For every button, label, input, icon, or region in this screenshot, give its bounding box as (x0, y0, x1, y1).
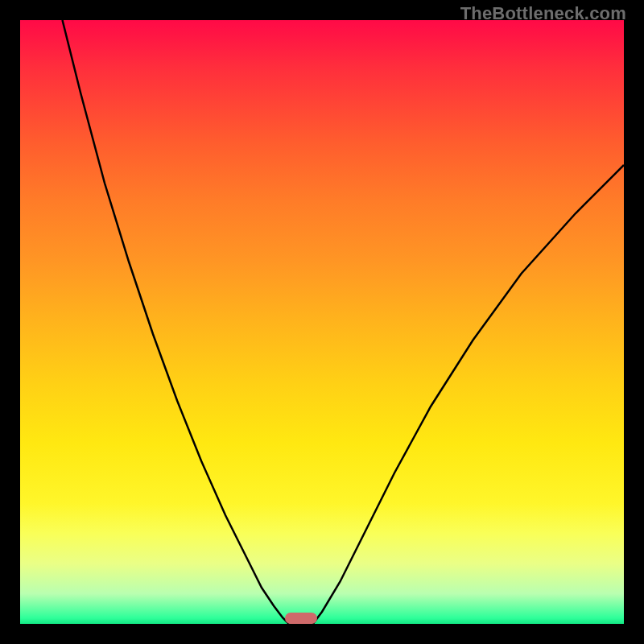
bottleneck-marker (285, 613, 317, 624)
curve-layer (20, 20, 624, 624)
plot-area (20, 20, 624, 624)
left-curve (63, 20, 289, 624)
chart-frame: TheBottleneck.com (0, 0, 644, 644)
right-curve (313, 165, 624, 624)
